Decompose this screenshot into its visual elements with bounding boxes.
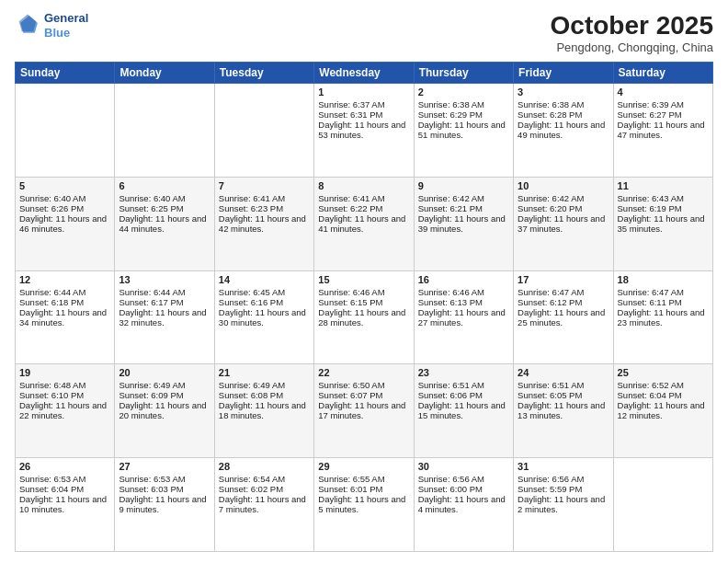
month-title: October 2025 (551, 11, 713, 40)
calendar-cell: 6Sunrise: 6:40 AMSunset: 6:25 PMDaylight… (115, 177, 214, 270)
calendar-cell: 13Sunrise: 6:44 AMSunset: 6:17 PMDayligh… (115, 270, 214, 364)
header: General Blue October 2025 Pengdong, Chon… (15, 11, 713, 54)
day-number: 10 (518, 180, 609, 191)
sunset-text: Sunset: 6:13 PM (418, 297, 509, 307)
sunrise-text: Sunrise: 6:52 AM (618, 380, 709, 390)
calendar-day-header: Thursday (414, 63, 513, 84)
daylight-text: Daylight: 11 hours and 9 minutes. (119, 494, 210, 514)
calendar-day-header: Saturday (613, 63, 712, 84)
day-number: 26 (19, 461, 110, 472)
calendar-cell: 27Sunrise: 6:53 AMSunset: 6:03 PMDayligh… (115, 458, 214, 552)
daylight-text: Daylight: 11 hours and 37 minutes. (518, 213, 609, 234)
daylight-text: Daylight: 11 hours and 10 minutes. (19, 494, 110, 514)
calendar-cell (214, 84, 313, 178)
day-number: 8 (318, 180, 409, 191)
day-number: 4 (618, 86, 709, 98)
sunset-text: Sunset: 6:09 PM (119, 390, 210, 400)
sunrise-text: Sunrise: 6:55 AM (318, 474, 409, 484)
sunset-text: Sunset: 6:00 PM (418, 484, 509, 494)
calendar-cell: 5Sunrise: 6:40 AMSunset: 6:26 PMDaylight… (16, 177, 115, 270)
sunrise-text: Sunrise: 6:46 AM (318, 287, 409, 297)
calendar-cell: 3Sunrise: 6:38 AMSunset: 6:28 PMDaylight… (514, 84, 613, 178)
page: General Blue October 2025 Pengdong, Chon… (0, 0, 728, 563)
day-number: 22 (318, 367, 409, 378)
daylight-text: Daylight: 11 hours and 42 minutes. (219, 213, 310, 234)
day-number: 25 (618, 367, 709, 378)
calendar-cell: 10Sunrise: 6:42 AMSunset: 6:20 PMDayligh… (514, 177, 613, 270)
daylight-text: Daylight: 11 hours and 30 minutes. (219, 307, 310, 327)
sunset-text: Sunset: 6:16 PM (219, 297, 310, 307)
sunrise-text: Sunrise: 6:47 AM (618, 287, 709, 297)
day-number: 11 (618, 180, 709, 191)
day-number: 31 (518, 461, 609, 472)
day-number: 13 (119, 274, 210, 285)
calendar-cell: 23Sunrise: 6:51 AMSunset: 6:06 PMDayligh… (414, 364, 513, 458)
daylight-text: Daylight: 11 hours and 51 minutes. (418, 120, 509, 140)
sunrise-text: Sunrise: 6:45 AM (219, 287, 310, 297)
daylight-text: Daylight: 11 hours and 27 minutes. (418, 307, 509, 327)
sunrise-text: Sunrise: 6:43 AM (618, 193, 709, 203)
day-number: 3 (518, 86, 609, 98)
daylight-text: Daylight: 11 hours and 39 minutes. (418, 213, 509, 234)
sunrise-text: Sunrise: 6:46 AM (418, 287, 509, 297)
day-number: 9 (418, 180, 509, 191)
daylight-text: Daylight: 11 hours and 23 minutes. (618, 307, 709, 327)
daylight-text: Daylight: 11 hours and 46 minutes. (19, 213, 110, 234)
sunset-text: Sunset: 6:05 PM (518, 390, 609, 400)
sunrise-text: Sunrise: 6:41 AM (318, 193, 409, 203)
sunrise-text: Sunrise: 6:44 AM (119, 287, 210, 297)
calendar-cell: 26Sunrise: 6:53 AMSunset: 6:04 PMDayligh… (16, 458, 115, 552)
sunset-text: Sunset: 6:06 PM (418, 390, 509, 400)
daylight-text: Daylight: 11 hours and 49 minutes. (518, 120, 609, 140)
day-number: 17 (518, 274, 609, 285)
calendar-cell: 31Sunrise: 6:56 AMSunset: 5:59 PMDayligh… (514, 458, 613, 552)
sunrise-text: Sunrise: 6:48 AM (19, 380, 110, 390)
daylight-text: Daylight: 11 hours and 25 minutes. (518, 307, 609, 327)
daylight-text: Daylight: 11 hours and 44 minutes. (119, 213, 210, 234)
day-number: 27 (119, 461, 210, 472)
daylight-text: Daylight: 11 hours and 34 minutes. (19, 307, 110, 327)
sunrise-text: Sunrise: 6:49 AM (219, 380, 310, 390)
day-number: 6 (119, 180, 210, 191)
calendar-cell: 28Sunrise: 6:54 AMSunset: 6:02 PMDayligh… (214, 458, 313, 552)
sunset-text: Sunset: 6:12 PM (518, 297, 609, 307)
location: Pengdong, Chongqing, China (551, 40, 713, 54)
day-number: 12 (19, 274, 110, 285)
sunrise-text: Sunrise: 6:37 AM (318, 99, 409, 109)
logo: General Blue (15, 11, 88, 40)
daylight-text: Daylight: 11 hours and 20 minutes. (119, 400, 210, 420)
calendar-cell: 25Sunrise: 6:52 AMSunset: 6:04 PMDayligh… (613, 364, 712, 458)
calendar-week-row: 5Sunrise: 6:40 AMSunset: 6:26 PMDaylight… (16, 177, 713, 270)
calendar-cell: 22Sunrise: 6:50 AMSunset: 6:07 PMDayligh… (314, 364, 414, 458)
calendar-cell: 4Sunrise: 6:39 AMSunset: 6:27 PMDaylight… (613, 84, 712, 178)
calendar-cell (115, 84, 214, 178)
sunset-text: Sunset: 6:29 PM (418, 109, 509, 120)
calendar-cell (613, 458, 712, 552)
sunrise-text: Sunrise: 6:44 AM (19, 287, 110, 297)
daylight-text: Daylight: 11 hours and 5 minutes. (318, 494, 409, 514)
sunrise-text: Sunrise: 6:53 AM (119, 474, 210, 484)
daylight-text: Daylight: 11 hours and 17 minutes. (318, 400, 409, 420)
calendar-week-row: 19Sunrise: 6:48 AMSunset: 6:10 PMDayligh… (16, 364, 713, 458)
calendar-cell: 17Sunrise: 6:47 AMSunset: 6:12 PMDayligh… (514, 270, 613, 364)
calendar-cell: 29Sunrise: 6:55 AMSunset: 6:01 PMDayligh… (314, 458, 414, 552)
sunrise-text: Sunrise: 6:51 AM (418, 380, 509, 390)
svg-marker-1 (19, 14, 37, 31)
calendar: SundayMondayTuesdayWednesdayThursdayFrid… (15, 62, 713, 552)
sunset-text: Sunset: 6:04 PM (618, 390, 709, 400)
calendar-cell: 9Sunrise: 6:42 AMSunset: 6:21 PMDaylight… (414, 177, 513, 270)
calendar-cell: 16Sunrise: 6:46 AMSunset: 6:13 PMDayligh… (414, 270, 513, 364)
sunset-text: Sunset: 6:03 PM (119, 484, 210, 494)
sunset-text: Sunset: 6:08 PM (219, 390, 310, 400)
calendar-day-header: Friday (514, 63, 613, 84)
day-number: 28 (219, 461, 310, 472)
daylight-text: Daylight: 11 hours and 18 minutes. (219, 400, 310, 420)
sunrise-text: Sunrise: 6:49 AM (119, 380, 210, 390)
logo-icon (15, 13, 40, 39)
sunrise-text: Sunrise: 6:41 AM (219, 193, 310, 203)
day-number: 7 (219, 180, 310, 191)
calendar-cell: 15Sunrise: 6:46 AMSunset: 6:15 PMDayligh… (314, 270, 414, 364)
calendar-cell: 24Sunrise: 6:51 AMSunset: 6:05 PMDayligh… (514, 364, 613, 458)
calendar-cell: 21Sunrise: 6:49 AMSunset: 6:08 PMDayligh… (214, 364, 313, 458)
sunrise-text: Sunrise: 6:50 AM (318, 380, 409, 390)
